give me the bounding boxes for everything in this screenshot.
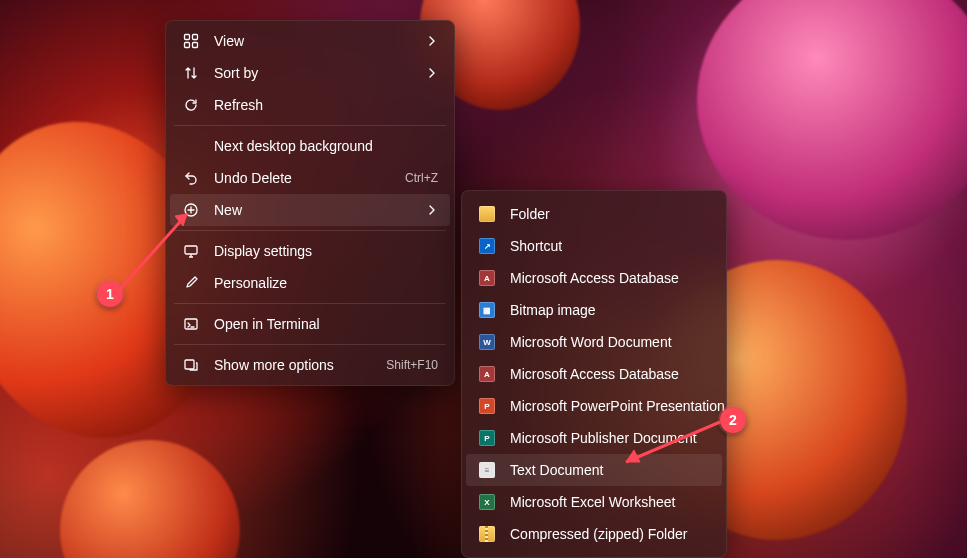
submenu-item-powerpoint[interactable]: P Microsoft PowerPoint Presentation [466, 390, 722, 422]
submenu-label: Microsoft Access Database [510, 270, 710, 286]
submenu-item-zipped-folder[interactable]: Compressed (zipped) Folder [466, 518, 722, 550]
svg-rect-5 [185, 246, 197, 254]
submenu-item-publisher[interactable]: P Microsoft Publisher Document [466, 422, 722, 454]
menu-item-undo-delete[interactable]: Undo Delete Ctrl+Z [170, 162, 450, 194]
submenu-item-folder[interactable]: Folder [466, 198, 722, 230]
submenu-label: Compressed (zipped) Folder [510, 526, 710, 542]
submenu-item-access-db[interactable]: A Microsoft Access Database [466, 262, 722, 294]
menu-item-show-more-options[interactable]: Show more options Shift+F10 [170, 349, 450, 381]
menu-label: Undo Delete [214, 170, 395, 186]
submenu-label: Text Document [510, 462, 710, 478]
terminal-icon [182, 315, 200, 333]
svg-rect-2 [185, 43, 190, 48]
access-file-icon: A [478, 365, 496, 383]
callout-number: 1 [106, 286, 114, 302]
chevron-right-icon [426, 67, 438, 79]
excel-file-icon: X [478, 493, 496, 511]
powerpoint-file-icon: P [478, 397, 496, 415]
submenu-label: Microsoft Access Database [510, 366, 710, 382]
desktop-context-menu: View Sort by Refresh Next desktop backgr… [165, 20, 455, 386]
display-icon [182, 242, 200, 260]
menu-separator [174, 344, 446, 345]
new-submenu: Folder ↗ Shortcut A Microsoft Access Dat… [461, 190, 727, 558]
callout-number: 2 [729, 412, 737, 428]
submenu-label: Bitmap image [510, 302, 710, 318]
menu-label: Show more options [214, 357, 376, 373]
undo-icon [182, 169, 200, 187]
grid-icon [182, 32, 200, 50]
menu-separator [174, 230, 446, 231]
menu-separator [174, 125, 446, 126]
svg-rect-3 [193, 43, 198, 48]
menu-item-refresh[interactable]: Refresh [170, 89, 450, 121]
menu-item-open-terminal[interactable]: Open in Terminal [170, 308, 450, 340]
submenu-item-excel[interactable]: X Microsoft Excel Worksheet [466, 486, 722, 518]
more-options-icon [182, 356, 200, 374]
menu-label: Display settings [214, 243, 438, 259]
submenu-label: Microsoft PowerPoint Presentation [510, 398, 725, 414]
folder-icon [478, 205, 496, 223]
submenu-item-access-db-2[interactable]: A Microsoft Access Database [466, 358, 722, 390]
text-file-icon: ≡ [478, 461, 496, 479]
svg-rect-0 [185, 35, 190, 40]
shortcut-icon: ↗ [478, 237, 496, 255]
svg-rect-7 [185, 360, 194, 369]
menu-label: New [214, 202, 426, 218]
menu-item-sort-by[interactable]: Sort by [170, 57, 450, 89]
submenu-label: Shortcut [510, 238, 710, 254]
menu-label: View [214, 33, 426, 49]
menu-separator [174, 303, 446, 304]
menu-label: Refresh [214, 97, 438, 113]
submenu-label: Folder [510, 206, 710, 222]
submenu-label: Microsoft Excel Worksheet [510, 494, 710, 510]
menu-accelerator: Shift+F10 [386, 358, 438, 372]
menu-item-personalize[interactable]: Personalize [170, 267, 450, 299]
bitmap-file-icon: ▦ [478, 301, 496, 319]
submenu-item-bitmap[interactable]: ▦ Bitmap image [466, 294, 722, 326]
menu-label: Sort by [214, 65, 426, 81]
paintbrush-icon [182, 274, 200, 292]
sort-icon [182, 64, 200, 82]
svg-rect-1 [193, 35, 198, 40]
refresh-icon [182, 96, 200, 114]
submenu-item-shortcut[interactable]: ↗ Shortcut [466, 230, 722, 262]
access-file-icon: A [478, 269, 496, 287]
submenu-label: Microsoft Publisher Document [510, 430, 710, 446]
annotation-callout-1: 1 [97, 281, 123, 307]
chevron-right-icon [426, 35, 438, 47]
submenu-item-text-document[interactable]: ≡ Text Document [466, 454, 722, 486]
menu-item-next-background[interactable]: Next desktop background [170, 130, 450, 162]
submenu-label: Microsoft Word Document [510, 334, 710, 350]
menu-label: Open in Terminal [214, 316, 438, 332]
menu-item-new[interactable]: New [170, 194, 450, 226]
publisher-file-icon: P [478, 429, 496, 447]
zip-folder-icon [478, 525, 496, 543]
submenu-item-word[interactable]: W Microsoft Word Document [466, 326, 722, 358]
wallpaper-blob [60, 440, 240, 558]
menu-label: Personalize [214, 275, 438, 291]
wallpaper-blob [697, 0, 967, 240]
menu-item-view[interactable]: View [170, 25, 450, 57]
menu-accelerator: Ctrl+Z [405, 171, 438, 185]
plus-circle-icon [182, 201, 200, 219]
word-file-icon: W [478, 333, 496, 351]
chevron-right-icon [426, 204, 438, 216]
annotation-callout-2: 2 [720, 407, 746, 433]
menu-item-display-settings[interactable]: Display settings [170, 235, 450, 267]
menu-label: Next desktop background [214, 138, 438, 154]
